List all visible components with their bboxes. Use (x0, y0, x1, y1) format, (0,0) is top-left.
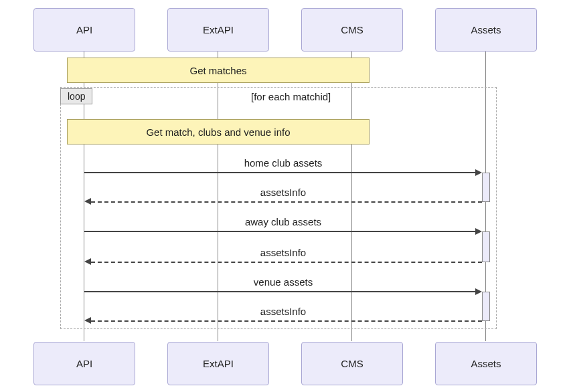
arrowhead-icon (84, 317, 91, 324)
msg-text: assetsInfo (260, 247, 306, 258)
activation-assets-3 (482, 292, 490, 321)
arrow-away-club-assets (84, 231, 481, 232)
participant-cms-top: CMS (301, 8, 403, 52)
arrowhead-icon (475, 169, 482, 176)
msg-venue-assets: venue assets (84, 276, 483, 288)
msg-text: assetsInfo (260, 306, 306, 317)
participant-label: ExtAPI (203, 24, 234, 35)
participant-label: Assets (471, 358, 501, 369)
note-get-matches: Get matches (67, 58, 370, 83)
msg-home-club-assets: home club assets (84, 157, 483, 169)
loop-label-text: loop (68, 91, 85, 102)
loop-condition: [for each matchid] (251, 91, 331, 102)
activation-assets-1 (482, 173, 490, 202)
note-text: Get match, clubs and venue info (146, 126, 290, 138)
note-get-match-info: Get match, clubs and venue info (67, 119, 370, 144)
msg-assetsinfo-1: assetsInfo (84, 187, 483, 198)
msg-assetsinfo-3: assetsInfo (84, 306, 483, 317)
participant-label: CMS (341, 24, 363, 35)
participant-assets-top: Assets (435, 8, 537, 52)
participant-label: ExtAPI (203, 358, 234, 369)
msg-text: venue assets (254, 276, 313, 288)
activation-assets-2 (482, 231, 490, 262)
msg-text: away club assets (245, 216, 321, 227)
msg-assetsinfo-2: assetsInfo (84, 247, 483, 258)
arrow-assetsinfo-3 (91, 320, 482, 322)
participant-extapi-top: ExtAPI (167, 8, 269, 52)
participant-cms-bottom: CMS (301, 342, 403, 385)
loop-condition-text: [for each matchid] (251, 91, 331, 102)
arrowhead-icon (475, 288, 482, 295)
arrow-home-club-assets (84, 172, 481, 173)
arrowhead-icon (84, 198, 91, 205)
msg-away-club-assets: away club assets (84, 216, 483, 227)
participant-extapi-bottom: ExtAPI (167, 342, 269, 385)
participant-label: CMS (341, 358, 363, 369)
msg-text: home club assets (244, 157, 323, 169)
participant-label: API (76, 24, 92, 35)
participant-label: API (76, 358, 92, 369)
msg-text: assetsInfo (260, 187, 306, 198)
arrowhead-icon (475, 228, 482, 235)
note-text: Get matches (189, 65, 246, 76)
loop-label: loop (60, 88, 92, 104)
participant-assets-bottom: Assets (435, 342, 537, 385)
arrowhead-icon (84, 258, 91, 265)
participant-api-bottom: API (33, 342, 135, 385)
arrow-assetsinfo-1 (91, 201, 482, 203)
participant-label: Assets (471, 24, 501, 35)
participant-api-top: API (33, 8, 135, 52)
arrow-assetsinfo-2 (91, 262, 482, 263)
arrow-venue-assets (84, 291, 481, 292)
